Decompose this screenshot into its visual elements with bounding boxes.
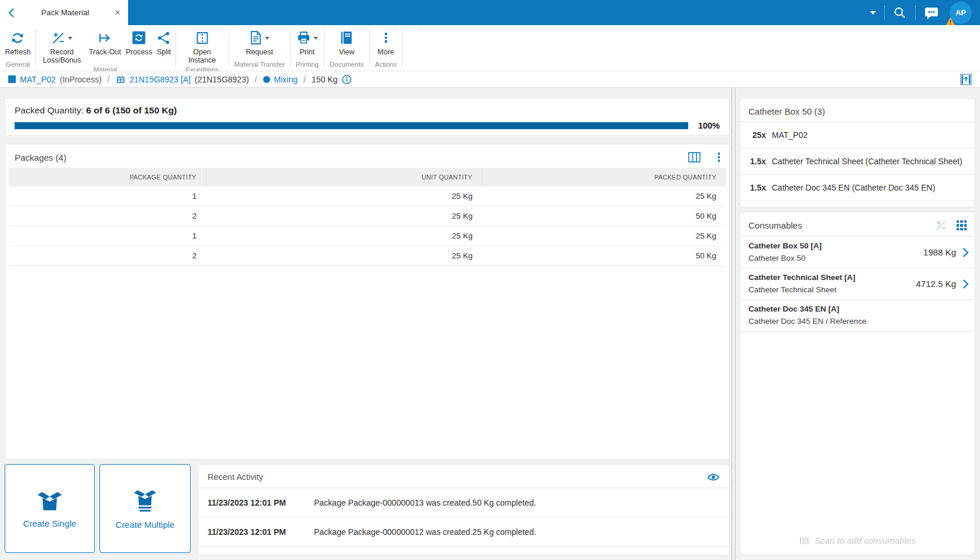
- more-button[interactable]: More: [375, 30, 396, 56]
- packed-quantity-title: Packed Quantity: 6 of 6 (150 of 150 Kg): [15, 105, 720, 116]
- cell-package-quantity: 2: [9, 246, 206, 266]
- chevron-down-icon: [870, 11, 876, 15]
- panel-splitter[interactable]: [731, 88, 736, 560]
- ribbon-group-label: Actions: [371, 60, 401, 71]
- activity-timestamp: 11/23/2023 12:01 PM: [208, 527, 295, 537]
- table-row[interactable]: 1 25 Kg 25 Kg: [9, 186, 726, 206]
- list-item[interactable]: 1.5x Catheter Technical Sheet (Catheter …: [740, 148, 975, 175]
- ribbon-group-printing: Print Printing: [292, 25, 322, 71]
- consumable-quantity: 1988 Kg: [923, 247, 956, 257]
- avatar[interactable]: AP: [950, 2, 972, 24]
- consumable-item[interactable]: Catheter Doc 345 EN [A] Catheter Doc 345…: [740, 300, 975, 331]
- column-header[interactable]: Package Quantity: [9, 168, 206, 186]
- split-button[interactable]: Split: [154, 30, 173, 56]
- refresh-icon: [10, 30, 25, 46]
- ribbon-divider: [290, 29, 291, 67]
- button-label: Track-Out: [89, 48, 121, 56]
- print-button[interactable]: Print: [294, 30, 320, 56]
- create-single-label: Create Single: [23, 518, 77, 528]
- button-label: View: [339, 48, 354, 56]
- ribbon-group-label: Printing: [292, 60, 322, 71]
- create-multiple-button[interactable]: Create Multiple: [99, 464, 191, 553]
- ribbon-group-label: Material Transfer: [231, 60, 288, 71]
- create-single-button[interactable]: Create Single: [5, 464, 95, 553]
- consumable-item[interactable]: Catheter Box 50 [A] Catheter Box 50 1988…: [740, 237, 975, 268]
- kebab-menu-icon[interactable]: [718, 153, 720, 162]
- search-button[interactable]: [893, 6, 907, 20]
- table-row[interactable]: 1 25 Kg 25 Kg: [9, 226, 726, 246]
- bom-item-name: Catheter Technical Sheet (Catheter Techn…: [772, 157, 962, 166]
- cell-unit-quantity: 25 Kg: [206, 226, 482, 246]
- request-button[interactable]: Request: [243, 30, 275, 56]
- adjust-quantity-icon[interactable]: [935, 220, 947, 231]
- columns-icon[interactable]: [688, 152, 701, 163]
- boxes-icon: [132, 488, 158, 513]
- table-row[interactable]: 2 25 Kg 50 Kg: [9, 246, 726, 266]
- table-header-row: Package Quantity Unit Quantity Packed Qu…: [9, 168, 726, 186]
- cell-package-quantity: 1: [9, 186, 206, 206]
- consumable-quantity: 4712.5 Kg: [916, 279, 956, 289]
- button-label: Process: [126, 48, 152, 56]
- open-instance-button[interactable]: Open Instance: [178, 30, 227, 65]
- column-header[interactable]: Packed Quantity: [482, 168, 726, 186]
- chevron-right-icon[interactable]: [962, 279, 969, 289]
- packed-quantity-panel: Packed Quantity: 6 of 6 (150 of 150 Kg) …: [5, 98, 730, 136]
- packed-quantity-value: 6 of 6 (150 of 150 Kg): [86, 105, 177, 115]
- eye-icon[interactable]: [707, 473, 720, 482]
- grid-view-icon[interactable]: [957, 220, 967, 230]
- workspace-dropdown-caret[interactable]: [870, 11, 876, 15]
- breadcrumb-step-link[interactable]: Mixing: [274, 75, 298, 84]
- open-panel-button[interactable]: [960, 74, 972, 85]
- process-button[interactable]: Process: [123, 30, 154, 56]
- split-share-icon: [157, 31, 171, 45]
- cell-packed-quantity: 50 Kg: [482, 246, 726, 266]
- document-icon: [249, 30, 263, 45]
- activity-entry: 11/23/2023 12:01 PM Package Package-0000…: [198, 517, 729, 547]
- ribbon-divider: [324, 29, 325, 67]
- consumables-title: Consumables: [748, 220, 935, 230]
- recent-activity-panel: Recent Activity 11/23/2023 12:01 PM Pack…: [198, 464, 730, 555]
- consumable-item[interactable]: Catheter Technical Sheet [A] Catheter Te…: [740, 268, 975, 300]
- refresh-button[interactable]: Refresh: [3, 30, 33, 56]
- breadcrumb-material-state: (InProcess): [60, 75, 102, 84]
- breadcrumb-separator: /: [253, 75, 259, 84]
- info-icon[interactable]: [341, 74, 352, 85]
- consumable-name: Catheter Doc 345 EN [A]: [748, 303, 969, 316]
- record-loss-bonus-button[interactable]: Record Loss/Bonus: [37, 30, 87, 65]
- list-item[interactable]: 1.5x Catheter Doc 345 EN (Catheter Doc 3…: [740, 175, 975, 201]
- material-icon: [8, 75, 16, 83]
- progress-bar-fill: [15, 122, 688, 129]
- breadcrumb-material-link[interactable]: MAT_P02: [20, 75, 56, 84]
- button-label: Request: [246, 48, 273, 56]
- avatar-initials: AP: [955, 8, 966, 17]
- scan-hint: Scan to add consumables: [740, 535, 975, 545]
- breadcrumb-lot-link[interactable]: 21N15G8923 [A]: [130, 75, 191, 84]
- bom-item-quantity: 1.5x: [748, 157, 766, 166]
- track-out-button[interactable]: Track-Out: [87, 30, 123, 56]
- messages-button[interactable]: [924, 6, 939, 20]
- bom-item-quantity: 1.5x: [748, 183, 766, 192]
- ribbon-group-label: General: [2, 60, 33, 71]
- table-row[interactable]: 2 25 Kg 50 Kg: [9, 206, 726, 226]
- close-tab-icon[interactable]: ×: [107, 7, 128, 19]
- chevron-right-icon[interactable]: [962, 247, 969, 258]
- ribbon-group-label: Documents: [326, 60, 367, 71]
- tab-pack-material[interactable]: Pack Material ×: [0, 0, 128, 25]
- barcode-icon: [799, 537, 810, 545]
- column-header[interactable]: Unit Quantity: [206, 168, 482, 186]
- chevron-down-icon: [265, 37, 270, 40]
- cell-unit-quantity: 25 Kg: [206, 186, 482, 206]
- list-item[interactable]: 25x MAT_P02: [740, 122, 975, 148]
- consumable-description: Catheter Box 50: [748, 253, 923, 264]
- consumable-name: Catheter Box 50 [A]: [748, 240, 923, 253]
- back-button[interactable]: [0, 0, 23, 25]
- button-label: Refresh: [5, 48, 31, 56]
- book-icon: [340, 30, 353, 45]
- box-icon: [36, 489, 63, 511]
- breadcrumb-lot-alt: (21N15G8923): [195, 75, 249, 84]
- view-button[interactable]: View: [336, 30, 357, 56]
- plus-minus-icon: [51, 31, 65, 45]
- packages-table: Package Quantity Unit Quantity Packed Qu…: [9, 168, 726, 266]
- printer-icon: [296, 31, 311, 44]
- packages-title: Packages (4): [15, 153, 688, 163]
